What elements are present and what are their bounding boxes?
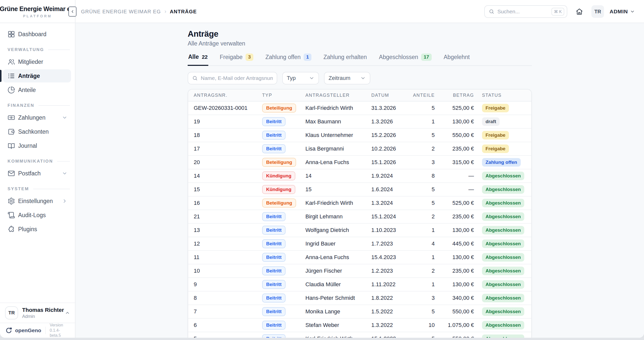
cell-status: Abgeschlossen <box>474 172 531 180</box>
table-row[interactable]: 5BeitrittKarl-Friedrich Wirth15.1.202255… <box>188 332 531 338</box>
cell-status: Abgeschlossen <box>474 321 531 329</box>
cell-status: Abgeschlossen <box>474 212 531 221</box>
cell-datum: 1.6.2024 <box>371 186 410 193</box>
table-row[interactable]: 17BeitrittLisa Bergmanni10.2.20262235,00… <box>188 142 531 156</box>
tab-count-badge: 22 <box>202 54 208 60</box>
cell-betrag: — <box>435 186 474 193</box>
sidebar-item-mitglieder[interactable]: Mitglieder <box>3 55 71 68</box>
global-search[interactable]: ⌘ K <box>484 5 567 18</box>
page-subtitle: Alle Anträge verwalten <box>188 40 532 47</box>
table-row[interactable]: 7BeitrittMonika Lange1.5.20225550,00 €Ab… <box>188 305 531 319</box>
sidebar-item-label: Anteile <box>18 87 36 93</box>
cell-anteile: 5 <box>410 335 435 338</box>
breadcrumb-root[interactable]: GRÜNE ENERGIE WEIMAR EG <box>81 9 161 15</box>
status-badge: Abgeschlossen <box>482 172 524 180</box>
cell-status: Abgeschlossen <box>474 307 531 316</box>
sidebar-item-sachkonten[interactable]: Sachkonten <box>3 125 71 138</box>
table-row[interactable]: 11BeitrittAnna-Lena Fuchs15.4.20231130,0… <box>188 251 531 264</box>
global-search-input[interactable] <box>497 9 548 15</box>
user-avatar[interactable]: TR <box>591 5 604 18</box>
home-button[interactable] <box>573 5 586 18</box>
cell-antragsteller: Karl-Friedrich Wirth <box>305 105 371 111</box>
sidebar-item-label: Audit-Logs <box>18 212 46 219</box>
cell-typ: Beitritt <box>262 280 305 289</box>
cell-typ: Beitritt <box>262 294 305 303</box>
table-row[interactable]: 20BeteiligungAnna-Lena Fuchs15.1.2026331… <box>188 156 531 169</box>
user-card-name: Thomas Richter <box>22 307 61 313</box>
chevron-up-icon <box>65 310 70 316</box>
sidebar-item-antraege[interactable]: Anträge <box>3 69 71 82</box>
user-card-meta: Thomas Richter Admin <box>22 307 61 319</box>
sidebar-item-plugins[interactable]: Plugins <box>3 223 71 236</box>
table-row[interactable]: 15Kündigung151.6.20245—Abgeschlossen <box>188 183 531 197</box>
table-row[interactable]: 9BeitrittClaudia Müller1.11.20221130,00 … <box>188 278 531 292</box>
cell-antragsnr: 20 <box>188 159 262 166</box>
cell-antragsnr: 9 <box>188 281 262 288</box>
sidebar-item-zahlungen[interactable]: Zahlungen <box>3 111 71 124</box>
table-row[interactable]: 6BeitrittStefan Weber1.3.2022101.075,00 … <box>188 319 531 332</box>
table-search-input[interactable] <box>201 75 273 81</box>
table-row[interactable]: GEW-20260331-0001BeteiligungKarl-Friedri… <box>188 102 531 115</box>
sidebar-item-postfach[interactable]: Postfach <box>3 167 71 180</box>
section-divider-line <box>57 161 70 162</box>
table-search[interactable] <box>188 72 277 84</box>
table-row[interactable]: 13BeitrittWolfgang Dietrich1.10.20231130… <box>188 224 531 237</box>
cell-datum: 1.2.2023 <box>371 268 410 274</box>
column-header-datum: DATUM <box>371 93 410 98</box>
chevron-right-icon <box>62 198 67 204</box>
sidebar-item-label: Anträge <box>18 73 40 79</box>
table-row[interactable]: 8BeitrittHans-Peter Schmidt1.8.20223340,… <box>188 292 531 305</box>
table-body: GEW-20260331-0001BeteiligungKarl-Friedri… <box>188 102 531 338</box>
status-badge: Abgeschlossen <box>482 267 524 275</box>
brand-logo: Grüne Energie Weimar eG PLATFORM <box>0 0 75 23</box>
sidebar-collapse-button[interactable] <box>68 7 76 17</box>
sidebar-item-dashboard[interactable]: Dashboard <box>3 28 71 41</box>
cell-betrag: 340,00 € <box>435 295 474 301</box>
table-row[interactable]: 18BeitrittKlaus Unternehmer15.2.20265550… <box>188 129 531 142</box>
sidebar-item-journal[interactable]: Journal <box>3 139 71 152</box>
table-row[interactable]: 12BeitrittIngrid Bauer1.7.20234445,00 €A… <box>188 237 531 251</box>
cell-antragsnr: 5 <box>188 335 262 338</box>
table-row[interactable]: 10BeitrittJürgen Fischer1.2.20232235,00 … <box>188 264 531 278</box>
sidebar-section-label: VERWALTUNG <box>8 47 44 52</box>
cell-typ: Kündigung <box>262 171 305 180</box>
sidebar-item-anteile[interactable]: Anteile <box>3 83 71 96</box>
sidebar-item-einstellungen[interactable]: Einstellungen <box>3 195 71 208</box>
cell-betrag: — <box>435 173 474 179</box>
tab-label: Zahlung offen <box>265 54 301 61</box>
tab-zahlung-offen[interactable]: Zahlung offen1 <box>265 52 312 65</box>
tab-zahlung-erhalten[interactable]: Zahlung erhalten <box>323 52 368 65</box>
sidebar-section-label: SYSTEM <box>8 186 29 191</box>
table-row[interactable]: 19BeitrittMax Baumann1.3.20261130,00 €dr… <box>188 115 531 129</box>
cell-antragsteller: Jürgen Fischer <box>305 268 371 274</box>
cell-antragsnr: 21 <box>188 213 262 220</box>
type-filter-label: Typ <box>287 75 296 81</box>
search-shortcut-badge: ⌘ K <box>551 8 564 16</box>
cell-typ: Beitritt <box>262 212 305 221</box>
tab-freigabe[interactable]: Freigabe3 <box>219 52 254 65</box>
type-badge: Beitritt <box>262 131 286 140</box>
period-filter-select[interactable]: Zeitraum <box>324 72 370 84</box>
sidebar-item-audit-logs[interactable]: Audit-Logs <box>3 209 71 222</box>
cell-typ: Beitritt <box>262 266 305 275</box>
chevron-left-icon <box>70 9 75 14</box>
search-icon <box>192 75 198 81</box>
table-row[interactable]: 16BeteiligungKarl-Friedrich Wirth1.3.202… <box>188 197 531 210</box>
sidebar-user-card[interactable]: TR Thomas Richter Admin <box>0 303 75 323</box>
chevron-down-icon <box>62 115 67 120</box>
type-badge: Beteiligung <box>262 158 296 167</box>
type-filter-select[interactable]: Typ <box>282 72 319 84</box>
tab-alle[interactable]: Alle22 <box>188 52 208 66</box>
table-row[interactable]: 14Kündigung141.9.20248—Abgeschlossen <box>188 169 531 183</box>
cell-status: Freigabe <box>474 104 531 112</box>
tab-abgelehnt[interactable]: Abgelehnt <box>443 52 470 65</box>
chevron-down-icon <box>360 75 366 81</box>
sidebar-item-label: Journal <box>18 142 37 149</box>
tab-label: Freigabe <box>220 54 243 61</box>
admin-menu[interactable]: ADMIN <box>610 9 635 15</box>
cell-datum: 31.3.2026 <box>371 105 410 111</box>
tab-abgeschlossen[interactable]: Abgeschlossen17 <box>378 52 432 65</box>
cell-datum: 1.5.2022 <box>371 308 410 315</box>
table-row[interactable]: 21BeitrittBirgit Lehmann15.1.20242235,00… <box>188 210 531 224</box>
banknote-icon <box>8 114 15 121</box>
